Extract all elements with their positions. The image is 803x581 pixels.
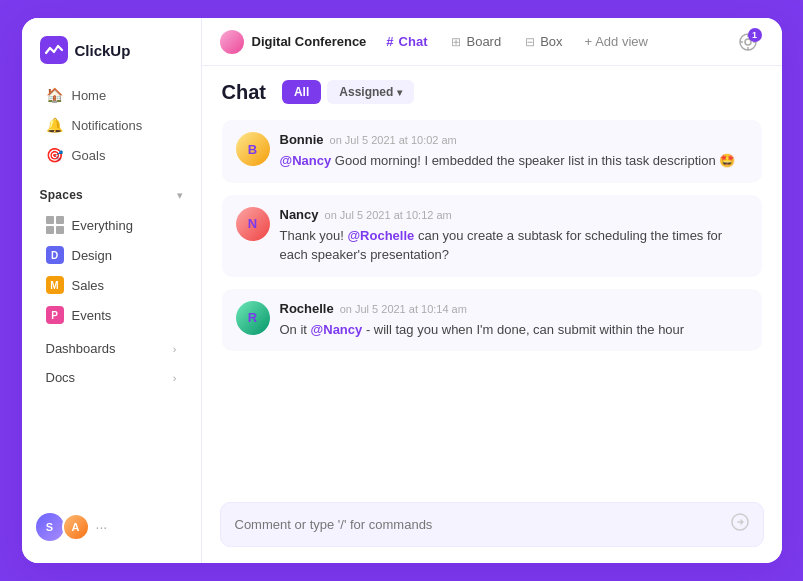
sidebar: ClickUp 🏠 Home 🔔 Notifications 🎯 Goals S… (22, 18, 202, 563)
comment-bar (202, 492, 782, 563)
sidebar-footer: S A ··· (22, 503, 201, 551)
comment-input[interactable] (235, 517, 723, 532)
more-options-icon[interactable]: ··· (96, 519, 108, 535)
message-rochelle-text-before: On it (280, 322, 311, 337)
sidebar-item-home[interactable]: 🏠 Home (28, 80, 195, 110)
dashboards-chevron-icon: › (173, 343, 177, 355)
avatar-user1[interactable]: S (36, 513, 64, 541)
add-view-label: Add view (595, 34, 648, 49)
sidebar-item-docs[interactable]: Docs › (28, 363, 195, 392)
spaces-section-header: Spaces ▾ (22, 178, 201, 206)
clickup-logo-icon (40, 36, 68, 64)
docs-chevron-icon: › (173, 372, 177, 384)
mention-nancy-2: @Nancy (311, 322, 363, 337)
avatar-user2[interactable]: A (62, 513, 90, 541)
message-rochelle-text-after: - will tag you when I'm done, can submit… (362, 322, 684, 337)
box-icon: ⊟ (525, 35, 535, 49)
sidebar-item-home-label: Home (72, 88, 107, 103)
message-nancy-text: Thank you! @Rochelle can you create a su… (280, 226, 748, 265)
tab-chat-label: Chat (399, 34, 428, 49)
sidebar-item-dashboards[interactable]: Dashboards › (28, 334, 195, 363)
sidebar-logo: ClickUp (22, 36, 201, 80)
spaces-label: Spaces (40, 188, 83, 202)
filter-assigned-label: Assigned (339, 85, 393, 99)
mention-rochelle: @Rochelle (347, 228, 414, 243)
sidebar-item-sales[interactable]: M Sales (28, 270, 195, 300)
sidebar-item-goals-label: Goals (72, 148, 106, 163)
sidebar-item-events-label: Events (72, 308, 112, 323)
message-rochelle-name: Rochelle (280, 301, 334, 316)
add-view-button[interactable]: + Add view (579, 30, 654, 53)
goals-icon: 🎯 (46, 147, 63, 163)
message-rochelle-content: Rochelle on Jul 5 2021 at 10:14 am On it… (280, 301, 748, 340)
filter-all-button[interactable]: All (282, 80, 321, 104)
message-bonnie-text-after: Good morning! I embedded the speaker lis… (331, 153, 735, 168)
sidebar-item-design[interactable]: D Design (28, 240, 195, 270)
logo-text: ClickUp (75, 42, 131, 59)
design-icon: D (46, 246, 64, 264)
messages-list: B Bonnie on Jul 5 2021 at 10:02 am @Nanc… (202, 112, 782, 492)
plus-icon: + (585, 34, 593, 49)
message-nancy: N Nancy on Jul 5 2021 at 10:12 am Thank … (222, 195, 762, 277)
message-rochelle-text: On it @Nancy - will tag you when I'm don… (280, 320, 748, 340)
message-nancy-name: Nancy (280, 207, 319, 222)
sidebar-item-notifications[interactable]: 🔔 Notifications (28, 110, 195, 140)
message-bonnie: B Bonnie on Jul 5 2021 at 10:02 am @Nanc… (222, 120, 762, 183)
chat-title: Chat (222, 81, 266, 104)
hash-icon: # (386, 34, 393, 49)
home-icon: 🏠 (46, 87, 63, 103)
sales-icon: M (46, 276, 64, 294)
message-bonnie-content: Bonnie on Jul 5 2021 at 10:02 am @Nancy … (280, 132, 748, 171)
sidebar-item-everything-label: Everything (72, 218, 133, 233)
dashboards-label: Dashboards (46, 341, 116, 356)
message-bonnie-header: Bonnie on Jul 5 2021 at 10:02 am (280, 132, 748, 147)
comment-input-wrap (220, 502, 764, 547)
filter-bar: All Assigned ▾ (282, 80, 414, 104)
main-content: Digital Conference # Chat ⊞ Board ⊟ Box … (202, 18, 782, 563)
app-container: ClickUp 🏠 Home 🔔 Notifications 🎯 Goals S… (22, 18, 782, 563)
message-bonnie-time: on Jul 5 2021 at 10:02 am (330, 134, 457, 146)
message-nancy-header: Nancy on Jul 5 2021 at 10:12 am (280, 207, 748, 222)
chat-header: Chat All Assigned ▾ (202, 66, 782, 112)
topbar: Digital Conference # Chat ⊞ Board ⊟ Box … (202, 18, 782, 66)
notification-badge: 1 (748, 28, 762, 42)
message-nancy-time: on Jul 5 2021 at 10:12 am (325, 209, 452, 221)
avatar-bonnie: B (236, 132, 270, 166)
board-icon: ⊞ (451, 35, 461, 49)
message-nancy-text-before: Thank you! (280, 228, 348, 243)
topbar-right: 1 (732, 26, 764, 58)
docs-label: Docs (46, 370, 76, 385)
filter-assigned-button[interactable]: Assigned ▾ (327, 80, 414, 104)
avatar-nancy: N (236, 207, 270, 241)
tab-board[interactable]: ⊞ Board (441, 30, 511, 53)
events-icon: P (46, 306, 64, 324)
message-nancy-content: Nancy on Jul 5 2021 at 10:12 am Thank yo… (280, 207, 748, 265)
tab-board-label: Board (466, 34, 501, 49)
sidebar-item-everything[interactable]: Everything (28, 210, 195, 240)
message-rochelle: R Rochelle on Jul 5 2021 at 10:14 am On … (222, 289, 762, 352)
everything-icon (46, 216, 64, 234)
sidebar-item-goals[interactable]: 🎯 Goals (28, 140, 195, 170)
project-icon (220, 30, 244, 54)
mention-nancy: @Nancy (280, 153, 332, 168)
sidebar-item-design-label: Design (72, 248, 112, 263)
sidebar-item-notifications-label: Notifications (72, 118, 143, 133)
message-bonnie-name: Bonnie (280, 132, 324, 147)
bell-icon: 🔔 (46, 117, 63, 133)
notification-button[interactable]: 1 (732, 26, 764, 58)
svg-rect-0 (40, 36, 68, 64)
spaces-chevron-icon[interactable]: ▾ (177, 189, 183, 202)
avatar-rochelle: R (236, 301, 270, 335)
sidebar-item-sales-label: Sales (72, 278, 105, 293)
message-bonnie-text: @Nancy Good morning! I embedded the spea… (280, 151, 748, 171)
tab-chat[interactable]: # Chat (376, 30, 437, 53)
tab-box[interactable]: ⊟ Box (515, 30, 572, 53)
sidebar-item-events[interactable]: P Events (28, 300, 195, 330)
message-rochelle-time: on Jul 5 2021 at 10:14 am (340, 303, 467, 315)
project-name: Digital Conference (252, 34, 367, 49)
send-icon[interactable] (731, 513, 749, 536)
sidebar-nav: 🏠 Home 🔔 Notifications 🎯 Goals (22, 80, 201, 178)
spaces-list: Everything D Design M Sales P Events (22, 206, 201, 334)
chevron-down-icon: ▾ (397, 87, 402, 98)
tab-box-label: Box (540, 34, 562, 49)
